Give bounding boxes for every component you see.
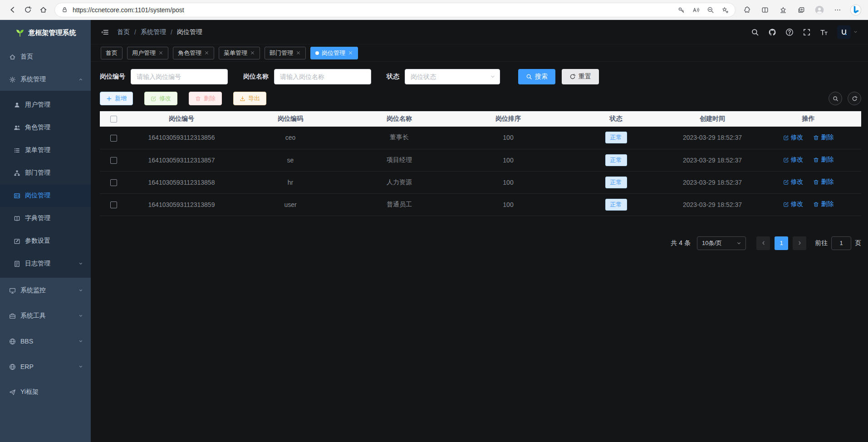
row-delete-link[interactable]: 删除 bbox=[813, 178, 834, 186]
bing-sidebar-button[interactable] bbox=[848, 2, 863, 18]
page-number-button[interactable]: 1 bbox=[775, 236, 788, 250]
export-button[interactable]: 导出 bbox=[233, 92, 266, 105]
sidebar-item-menus[interactable]: 菜单管理 bbox=[0, 139, 91, 162]
close-icon[interactable] bbox=[250, 50, 255, 55]
user-menu[interactable] bbox=[837, 25, 858, 39]
sidebar-item-monitoring[interactable]: 系统监控 bbox=[0, 278, 91, 303]
row-checkbox[interactable] bbox=[110, 157, 117, 164]
select-all-checkbox[interactable] bbox=[110, 116, 117, 123]
split-screen-button[interactable] bbox=[757, 2, 773, 18]
sidebar-item-users[interactable]: 用户管理 bbox=[0, 93, 91, 116]
github-icon[interactable] bbox=[768, 28, 776, 36]
sidebar-item-roles[interactable]: 角色管理 bbox=[0, 116, 91, 139]
row-checkbox[interactable] bbox=[110, 135, 117, 142]
breadcrumb-system[interactable]: 系统管理 bbox=[141, 28, 166, 36]
page-size-select[interactable]: 10条/页 bbox=[697, 236, 746, 250]
delete-link-label: 删除 bbox=[821, 200, 834, 208]
sidebar-collapse-icon[interactable] bbox=[101, 28, 109, 36]
edit-button[interactable]: 修改 bbox=[144, 92, 177, 105]
prev-page-button[interactable] bbox=[756, 236, 770, 250]
favorites-button[interactable] bbox=[775, 2, 791, 18]
page-unit-label: 页 bbox=[855, 239, 861, 247]
close-icon[interactable] bbox=[296, 50, 301, 55]
chevron-down-icon bbox=[78, 288, 83, 293]
edit-link-label: 修改 bbox=[791, 178, 804, 186]
tag-posts-active[interactable]: 岗位管理 bbox=[310, 47, 358, 59]
row-delete-link[interactable]: 删除 bbox=[813, 200, 834, 208]
search-icon[interactable] bbox=[751, 28, 759, 36]
site-info-icon[interactable] bbox=[61, 6, 68, 13]
sidebar-item-home[interactable]: 首页 bbox=[0, 45, 91, 68]
add-button[interactable]: 新增 bbox=[100, 92, 133, 105]
row-checkbox[interactable] bbox=[110, 179, 117, 186]
breadcrumb-current: 岗位管理 bbox=[177, 28, 202, 36]
post-name-input[interactable] bbox=[274, 69, 371, 84]
sidebar-item-logs[interactable]: 日志管理 bbox=[0, 252, 91, 275]
tag-users[interactable]: 用户管理 bbox=[127, 47, 168, 59]
sidebar-item-dictionary[interactable]: 字典管理 bbox=[0, 207, 91, 230]
puzzle-icon bbox=[743, 6, 750, 14]
row-edit-link[interactable]: 修改 bbox=[783, 200, 804, 208]
url-text[interactable]: https://ccnetcore.com:1101/system/post bbox=[73, 6, 678, 14]
goto-page-input[interactable] bbox=[831, 236, 851, 250]
sidebar-item-posts[interactable]: 岗位管理 bbox=[0, 184, 91, 207]
fullscreen-icon[interactable] bbox=[803, 28, 811, 36]
close-icon[interactable] bbox=[348, 50, 353, 55]
row-delete-link[interactable]: 删除 bbox=[813, 133, 834, 142]
sidebar-item-parameters[interactable]: 参数设置 bbox=[0, 230, 91, 252]
delete-button[interactable]: 删除 bbox=[189, 92, 222, 105]
row-edit-link[interactable]: 修改 bbox=[783, 178, 804, 186]
sidebar-item-label: 系统管理 bbox=[20, 75, 46, 83]
browser-profile-button[interactable] bbox=[812, 2, 827, 18]
browser-refresh-button[interactable] bbox=[20, 2, 35, 18]
tag-departments[interactable]: 部门管理 bbox=[265, 47, 306, 59]
browser-home-button[interactable] bbox=[35, 2, 51, 18]
sidebar-submenu-system: 用户管理 角色管理 菜单管理 部门管理 岗位管理 bbox=[0, 91, 91, 278]
browser-menu-button[interactable] bbox=[830, 2, 845, 18]
password-manager-icon[interactable] bbox=[678, 6, 685, 14]
breadcrumb-separator: / bbox=[134, 29, 136, 36]
row-delete-link[interactable]: 删除 bbox=[813, 156, 834, 164]
tag-home[interactable]: 首页 bbox=[101, 47, 123, 59]
sidebar-item-system[interactable]: 系统管理 bbox=[0, 68, 91, 91]
download-icon bbox=[240, 96, 245, 102]
sidebar-item-departments[interactable]: 部门管理 bbox=[0, 162, 91, 184]
table-header-row: 岗位编号 岗位编码 岗位名称 岗位排序 状态 创建时间 操作 bbox=[100, 111, 861, 127]
add-favorite-icon[interactable] bbox=[721, 6, 729, 14]
extensions-button[interactable] bbox=[739, 2, 755, 18]
collections-button[interactable] bbox=[794, 2, 809, 18]
address-bar[interactable]: https://ccnetcore.com:1101/system/post bbox=[54, 3, 736, 17]
row-edit-link[interactable]: 修改 bbox=[783, 156, 804, 164]
font-size-icon[interactable] bbox=[820, 28, 828, 36]
column-header-post-name: 岗位名称 bbox=[345, 111, 454, 127]
tag-menus[interactable]: 菜单管理 bbox=[219, 47, 260, 59]
document-icon bbox=[14, 260, 20, 267]
help-icon[interactable] bbox=[785, 28, 794, 36]
reset-button-label: 重置 bbox=[579, 73, 591, 81]
status-select-input[interactable] bbox=[405, 69, 500, 84]
close-icon[interactable] bbox=[204, 50, 209, 55]
close-icon[interactable] bbox=[158, 50, 163, 55]
refresh-table-button[interactable] bbox=[848, 92, 861, 105]
cell-post-sort: 100 bbox=[454, 127, 563, 149]
row-checkbox[interactable] bbox=[110, 201, 117, 208]
post-code-input[interactable] bbox=[131, 69, 228, 84]
zoom-icon[interactable] bbox=[707, 6, 714, 14]
toolbox-icon bbox=[9, 313, 16, 319]
sidebar-item-erp[interactable]: ERP bbox=[0, 354, 91, 379]
tag-roles[interactable]: 角色管理 bbox=[173, 47, 214, 59]
search-button[interactable]: 搜索 bbox=[518, 69, 555, 84]
status-select[interactable] bbox=[405, 69, 500, 84]
sidebar-item-tools[interactable]: 系统工具 bbox=[0, 303, 91, 329]
sidebar-item-yi-framework[interactable]: Yi框架 bbox=[0, 379, 91, 405]
show-search-button[interactable] bbox=[829, 92, 842, 105]
read-aloud-icon[interactable] bbox=[692, 6, 700, 14]
tag-label: 角色管理 bbox=[178, 49, 201, 57]
reset-button[interactable]: 重置 bbox=[562, 69, 599, 84]
sidebar-item-label: 参数设置 bbox=[25, 237, 50, 245]
sidebar-item-bbs[interactable]: BBS bbox=[0, 329, 91, 354]
browser-back-button[interactable] bbox=[5, 2, 20, 18]
next-page-button[interactable] bbox=[793, 236, 806, 250]
row-edit-link[interactable]: 修改 bbox=[783, 133, 804, 142]
breadcrumb-home[interactable]: 首页 bbox=[117, 28, 130, 36]
